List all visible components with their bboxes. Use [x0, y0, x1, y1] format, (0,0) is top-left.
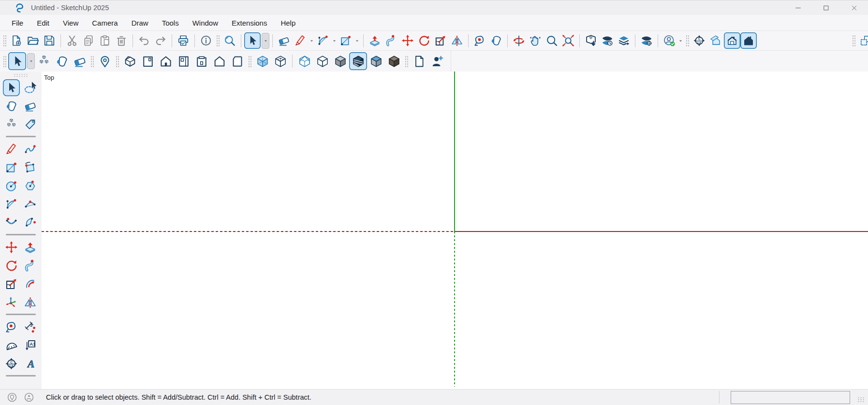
geolocation-icon[interactable]: [7, 392, 17, 403]
axes-tool-button[interactable]: [3, 294, 20, 311]
rotated-rectangle-tool-button[interactable]: [22, 159, 39, 176]
text-tool-button[interactable]: A1: [22, 337, 39, 354]
shaded-button[interactable]: [331, 52, 349, 70]
tape-measure-tool-button[interactable]: [3, 318, 20, 335]
circle-tool-button[interactable]: [3, 177, 20, 194]
cut-button[interactable]: [64, 32, 80, 49]
select-dropdown[interactable]: [262, 33, 269, 49]
add-location-button[interactable]: [96, 52, 114, 70]
arc-tool-button[interactable]: [3, 196, 20, 213]
protractor-tool-button[interactable]: [3, 337, 20, 354]
extension-warehouse-button[interactable]: [599, 32, 616, 49]
menu-item-file[interactable]: File: [5, 16, 30, 29]
line-dropdown[interactable]: [309, 33, 315, 48]
copy-button[interactable]: [80, 32, 97, 49]
lasso-tool-button[interactable]: [22, 79, 39, 96]
display-section-fill-button[interactable]: [740, 32, 757, 49]
zoom-button[interactable]: [544, 32, 560, 49]
zoom-extents-button[interactable]: [560, 32, 576, 49]
tag-tool-button[interactable]: [22, 116, 39, 133]
rotate-button[interactable]: [416, 32, 432, 49]
scale-button[interactable]: [432, 32, 449, 49]
freehand-tool-button[interactable]: [22, 141, 39, 158]
polygon-tool-button[interactable]: [22, 177, 39, 194]
hidden-line-button[interactable]: [313, 52, 331, 70]
paint-bucket-tool-button[interactable]: [3, 98, 20, 115]
pan-button[interactable]: [527, 32, 544, 49]
rectangle-tool-button[interactable]: [3, 159, 20, 176]
display-section-planes-button[interactable]: [707, 32, 724, 49]
flip-button[interactable]: [449, 32, 465, 49]
arcs-dropdown[interactable]: [331, 33, 338, 48]
entity-info-button[interactable]: [198, 32, 214, 49]
toolbar-grip[interactable]: [3, 56, 6, 67]
line-button[interactable]: [292, 32, 309, 49]
select-dropdown[interactable]: [27, 53, 35, 69]
view-back-button[interactable]: [192, 52, 210, 70]
menu-item-view[interactable]: View: [56, 16, 85, 29]
three-point-arc-tool-button[interactable]: [3, 214, 20, 231]
3d-text-tool-button[interactable]: A: [22, 355, 39, 372]
view-iso-button[interactable]: [121, 52, 139, 70]
paste-in-place-button[interactable]: [857, 32, 868, 49]
toolbar-grip[interactable]: [405, 56, 408, 67]
toolbar-grip[interactable]: [90, 56, 94, 67]
menu-item-extensions[interactable]: Extensions: [225, 16, 274, 29]
measurements-input[interactable]: [731, 391, 850, 404]
add-person-button[interactable]: [428, 52, 446, 70]
view-front-button[interactable]: [157, 52, 175, 70]
save-button[interactable]: [41, 32, 58, 49]
menu-item-tools[interactable]: Tools: [155, 16, 186, 29]
eraser-button[interactable]: [71, 52, 88, 70]
follow-me-tool-button[interactable]: [22, 257, 39, 274]
close-button[interactable]: [840, 0, 868, 15]
scale-tool-button[interactable]: [3, 275, 20, 292]
section-plane-button[interactable]: CA-B: [691, 32, 707, 49]
shaded-with-textures-button[interactable]: [349, 52, 367, 70]
offset-tool-button[interactable]: [22, 275, 39, 292]
toolbar-grip[interactable]: [216, 35, 220, 46]
search-button[interactable]: [221, 32, 238, 49]
drawing-canvas[interactable]: Top: [42, 72, 868, 389]
3d-warehouse-button[interactable]: [583, 32, 599, 49]
eraser-button[interactable]: [276, 32, 292, 49]
tape-measure-button[interactable]: [471, 32, 488, 49]
move-tool-button[interactable]: [3, 239, 20, 256]
share-model-button[interactable]: [616, 32, 632, 49]
minimize-button[interactable]: [784, 0, 812, 15]
arcs-button[interactable]: [315, 32, 331, 49]
view-bottom-button[interactable]: [228, 52, 246, 70]
menu-item-camera[interactable]: Camera: [85, 16, 124, 29]
undo-button[interactable]: [136, 32, 152, 49]
extension-manager-button[interactable]: [638, 32, 655, 49]
menu-item-help[interactable]: Help: [274, 16, 302, 29]
maximize-button[interactable]: [812, 0, 840, 15]
view-right-button[interactable]: [175, 52, 192, 70]
palette-grip[interactable]: [14, 73, 28, 77]
ambient-occlusion-button[interactable]: [385, 52, 403, 70]
rotate-tool-button[interactable]: [3, 257, 20, 274]
paint-bucket-button[interactable]: [53, 52, 71, 70]
toolbar-grip[interactable]: [3, 35, 6, 46]
follow-me-button[interactable]: [383, 32, 399, 49]
toolbar-grip[interactable]: [852, 35, 855, 46]
statusbar-resize-grip[interactable]: [857, 397, 864, 403]
toolbar-grip[interactable]: [248, 56, 251, 67]
print-button[interactable]: [175, 32, 191, 49]
xray-button[interactable]: [253, 52, 271, 70]
components-tool-button[interactable]: [3, 116, 20, 133]
toolbar-grip[interactable]: [116, 56, 119, 67]
view-left-button[interactable]: [210, 52, 228, 70]
orbit-button[interactable]: [511, 32, 527, 49]
menu-item-edit[interactable]: Edit: [30, 16, 56, 29]
credits-icon[interactable]: [24, 392, 34, 403]
shapes-button[interactable]: [338, 32, 354, 49]
toolbar-grip[interactable]: [686, 35, 689, 46]
redo-button[interactable]: [152, 32, 169, 49]
shapes-dropdown[interactable]: [354, 33, 360, 48]
eraser-tool-button[interactable]: [22, 98, 39, 115]
push-pull-button[interactable]: [367, 32, 383, 49]
two-point-arc-tool-button[interactable]: [22, 196, 39, 213]
new-document-button[interactable]: [8, 32, 25, 49]
monochrome-button[interactable]: [367, 52, 385, 70]
